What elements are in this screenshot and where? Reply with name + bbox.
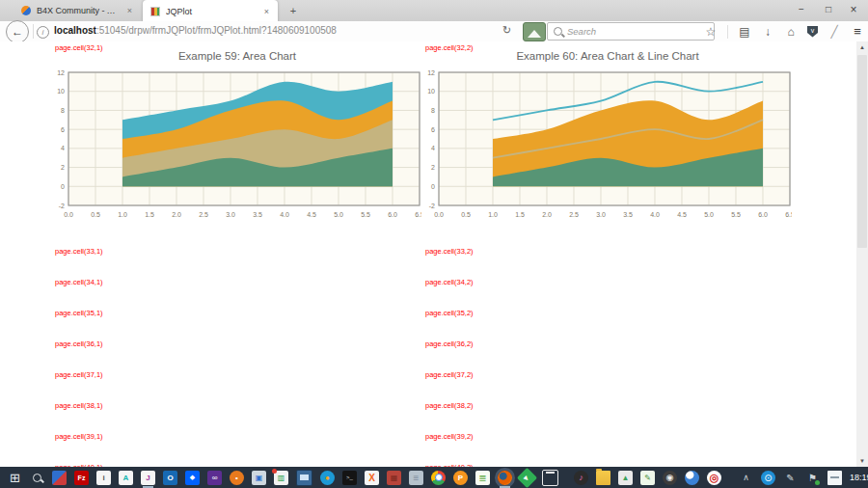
window-minimize-button[interactable]: − xyxy=(789,0,814,19)
svg-text:5.0: 5.0 xyxy=(334,211,343,218)
p-app-icon[interactable]: P xyxy=(453,471,468,485)
svg-text:6.0: 6.0 xyxy=(758,211,768,218)
page-cell-label: page.cell(33,1) xyxy=(55,247,103,256)
file-explorer-icon[interactable] xyxy=(596,471,610,485)
green-diamond-app-icon[interactable]: ▶ xyxy=(517,467,537,487)
svg-text:2.5: 2.5 xyxy=(569,211,579,218)
taskbar-clock[interactable]: 18:19 xyxy=(850,473,868,482)
scroll-up-icon[interactable]: ▲ xyxy=(856,41,868,53)
ball-app-icon[interactable] xyxy=(685,471,699,485)
b4a-app-icon[interactable]: A xyxy=(119,471,133,485)
menu-icon[interactable]: ≡ xyxy=(851,24,864,39)
outlook-icon[interactable]: O xyxy=(163,471,177,485)
tab-close-icon[interactable]: × xyxy=(263,7,270,16)
svg-text:12: 12 xyxy=(57,69,65,76)
new-tab-button[interactable]: + xyxy=(285,3,301,18)
tab-title: B4X Community - Androi... xyxy=(37,6,121,15)
reload-button[interactable]: ↻ xyxy=(502,24,511,37)
firefox-icon[interactable] xyxy=(498,471,512,485)
photo-viewer-icon[interactable]: ▲ xyxy=(618,471,633,485)
tray-pen-icon[interactable]: ✎ xyxy=(783,471,798,485)
area-line-chart-block: Example 60: Area Chart & Line Chart 0.00… xyxy=(423,50,792,225)
svg-text:1.5: 1.5 xyxy=(515,211,525,218)
search-input[interactable]: Search xyxy=(547,22,715,41)
taskbar-search-icon[interactable] xyxy=(30,471,44,485)
svg-text:-2: -2 xyxy=(429,203,435,209)
monitor-app-icon[interactable] xyxy=(296,470,312,486)
desktop-security-icon[interactable]: ▣ xyxy=(252,471,266,485)
record-app-icon[interactable]: ◉ xyxy=(663,471,677,485)
home-icon[interactable]: ⌂ xyxy=(784,25,798,39)
visual-studio-icon[interactable]: ∞ xyxy=(207,471,222,485)
database-app-icon[interactable]: ≡ xyxy=(409,471,423,485)
svg-text:5.5: 5.5 xyxy=(361,211,370,218)
green-chart-app-icon[interactable]: ▥ xyxy=(274,471,288,485)
svg-text:-2: -2 xyxy=(59,203,65,209)
search-placeholder: Search xyxy=(567,26,596,37)
chrome-icon[interactable] xyxy=(431,471,446,485)
svg-text:1.0: 1.0 xyxy=(488,211,498,218)
tab-jqplot[interactable]: JQPlot × xyxy=(143,0,278,22)
tray-expand-icon[interactable]: ∧ xyxy=(739,471,753,485)
window-app-icon[interactable] xyxy=(542,470,558,486)
svg-text:2.5: 2.5 xyxy=(199,211,208,218)
tray-notification-icon[interactable] xyxy=(827,471,842,485)
tab-close-icon[interactable]: × xyxy=(126,6,133,15)
svg-text:1.5: 1.5 xyxy=(145,211,154,218)
music-app-icon[interactable]: ♪ xyxy=(574,471,588,485)
svg-text:5.5: 5.5 xyxy=(731,211,741,218)
notes-app-icon[interactable]: ≣ xyxy=(475,471,490,485)
scrollbar-thumb[interactable] xyxy=(857,55,867,248)
svg-text:4: 4 xyxy=(61,145,65,151)
page-cell-label: page.cell(35,2) xyxy=(425,309,474,317)
wrench-addon-icon[interactable]: ╱ xyxy=(827,25,841,39)
svg-text:10: 10 xyxy=(427,88,435,95)
window-maximize-button[interactable]: □ xyxy=(816,0,841,19)
target-app-icon[interactable]: ◎ xyxy=(707,471,721,485)
tray-security-icon[interactable]: ⚑ xyxy=(805,471,820,485)
svg-text:4: 4 xyxy=(431,145,435,151)
tray-blue-app-icon[interactable]: ⊙ xyxy=(761,471,775,485)
orange-app-icon[interactable]: • xyxy=(230,471,244,485)
back-button[interactable]: ← xyxy=(6,20,29,43)
notepad-app-icon[interactable]: ✎ xyxy=(640,471,655,485)
downloads-icon[interactable]: ↓ xyxy=(761,25,774,39)
svg-text:0.5: 0.5 xyxy=(461,211,471,218)
page-cell-label: page.cell(34,1) xyxy=(55,278,103,286)
bookmark-star-icon[interactable]: ☆ xyxy=(704,25,718,39)
page-cell-label: page.cell(36,1) xyxy=(55,339,103,348)
svg-text:4.0: 4.0 xyxy=(280,211,289,218)
browser-nav-toolbar: ← i localhost:51045/drpw/frmJQPlot/frmJQ… xyxy=(0,21,868,42)
site-info-icon[interactable]: i xyxy=(37,26,49,39)
b4j-app-icon[interactable]: J xyxy=(141,471,155,485)
chart-title: Example 60: Area Chart & Line Chart xyxy=(423,50,792,65)
blue-gear-app-icon[interactable]: ● xyxy=(320,471,335,485)
command-prompt-icon[interactable]: >_ xyxy=(342,471,357,485)
window-close-button[interactable]: × xyxy=(841,0,866,19)
tab-b4x-community[interactable]: B4X Community - Androi... × xyxy=(14,0,141,21)
filezilla-icon[interactable]: Fz xyxy=(74,471,89,485)
svg-text:4.0: 4.0 xyxy=(650,211,660,218)
jqplot-favicon xyxy=(150,7,160,16)
i-doc-app-icon[interactable]: i xyxy=(96,471,111,485)
dropbox-icon[interactable]: ◆ xyxy=(185,471,200,485)
svg-text:3.5: 3.5 xyxy=(623,211,633,218)
svg-text:3.0: 3.0 xyxy=(596,211,606,218)
toolbox-app-icon[interactable]: ▦ xyxy=(387,471,401,485)
page-cell-label: page.cell(38,2) xyxy=(425,401,474,410)
chart-title: Example 59: Area Chart xyxy=(53,50,421,65)
scroll-down-icon[interactable]: ▼ xyxy=(856,455,868,467)
photos-app-icon[interactable] xyxy=(52,471,67,485)
svg-text:0: 0 xyxy=(61,183,65,190)
page-scrollbar[interactable]: ▲ ▼ xyxy=(856,41,868,467)
pocket-clipboard-icon[interactable]: ▤ xyxy=(738,25,751,39)
start-icon[interactable]: ⊞ xyxy=(8,471,22,485)
browser-tab-bar: B4X Community - Androi... × JQPlot × + −… xyxy=(0,0,868,22)
url-bar[interactable]: localhost:51045/drpw/frmJQPlot/frmJQPlot… xyxy=(54,25,493,36)
svg-text:2.0: 2.0 xyxy=(542,211,552,218)
x-app-icon[interactable]: X xyxy=(365,471,379,485)
screenshot-addon-button[interactable] xyxy=(523,22,546,41)
svg-text:1.0: 1.0 xyxy=(118,211,127,218)
svg-text:4.5: 4.5 xyxy=(677,211,687,218)
shield-addon-icon[interactable]: v xyxy=(807,26,818,38)
